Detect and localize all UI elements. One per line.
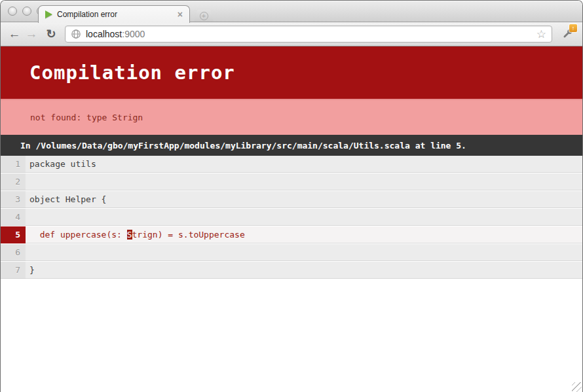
update-arrow-icon: ↑ (572, 26, 575, 31)
tab-close-icon[interactable]: × (176, 10, 184, 19)
back-button[interactable]: ← (6, 26, 23, 43)
bookmark-star-icon[interactable]: ☆ (536, 29, 546, 40)
line-content: package utils (26, 156, 582, 173)
code-before-marker: def uppercase(s: (29, 230, 127, 240)
window-minimize-button[interactable] (22, 7, 31, 16)
url-host: localhost (86, 29, 122, 39)
play-favicon-icon (45, 10, 52, 18)
line-number: 1 (1, 156, 26, 173)
line-content (26, 244, 582, 261)
plus-icon: + (200, 12, 208, 20)
code-line: 4 (1, 209, 582, 226)
code-after-marker: trign) = s.toUppercase (132, 230, 245, 240)
forward-button[interactable]: → (23, 26, 40, 43)
line-content: } (26, 262, 582, 279)
window-close-button[interactable] (8, 7, 17, 16)
reload-button[interactable]: ↻ (43, 26, 60, 43)
line-number: 6 (1, 244, 26, 261)
line-content (26, 209, 582, 226)
url-port: :9000 (122, 29, 145, 39)
resize-grip[interactable] (572, 382, 582, 392)
code-line: 1 package utils (1, 156, 582, 173)
code-line: 2 (1, 173, 582, 191)
error-location-bar: In /Volumes/Data/gbo/myFirstApp/modules/… (1, 135, 582, 156)
error-marker: S (127, 230, 132, 240)
browser-window: Compilation error × + ← → ↻ localhost:90… (0, 0, 583, 392)
update-badge: ↑ (569, 24, 577, 32)
tab-title: Compilation error (57, 10, 176, 19)
code-line: 6 (1, 244, 582, 262)
error-line-number: 5 (1, 226, 26, 243)
code-line-error: 5 def uppercase(s: Strign) = s.toUpperca… (1, 226, 582, 244)
url-text[interactable]: localhost:9000 (86, 29, 145, 39)
line-content (26, 173, 582, 190)
line-number: 4 (1, 209, 26, 226)
code-line: 7 } (1, 262, 582, 279)
titlebar[interactable]: Compilation error × + (1, 1, 582, 22)
error-message-bar: not found: type Strign (1, 99, 582, 135)
error-location: In /Volumes/Data/gbo/myFirstApp/modules/… (1, 141, 466, 151)
error-line-content: def uppercase(s: Strign) = s.toUppercase (26, 226, 582, 243)
code-line: 3 object Helper { (1, 191, 582, 209)
address-bar[interactable]: localhost:9000 ☆ (65, 26, 552, 43)
error-header: Compilation error (1, 46, 582, 99)
line-number: 7 (1, 262, 26, 279)
error-page: Compilation error not found: type Strign… (1, 46, 582, 392)
menu-wrench-button[interactable]: ↑ (557, 25, 577, 43)
globe-icon (71, 29, 81, 39)
new-tab-button[interactable]: + (194, 10, 214, 22)
browser-toolbar: ← → ↻ localhost:9000 ☆ ↑ (1, 22, 582, 46)
line-content: object Helper { (26, 191, 582, 208)
line-number: 2 (1, 173, 26, 190)
line-number: 3 (1, 191, 26, 208)
code-listing: 1 package utils 2 3 object Helper { 4 5 … (1, 156, 582, 279)
page-title: Compilation error (1, 62, 235, 84)
tab-compilation-error[interactable]: Compilation error × (38, 5, 190, 23)
error-message: not found: type Strign (1, 113, 143, 122)
